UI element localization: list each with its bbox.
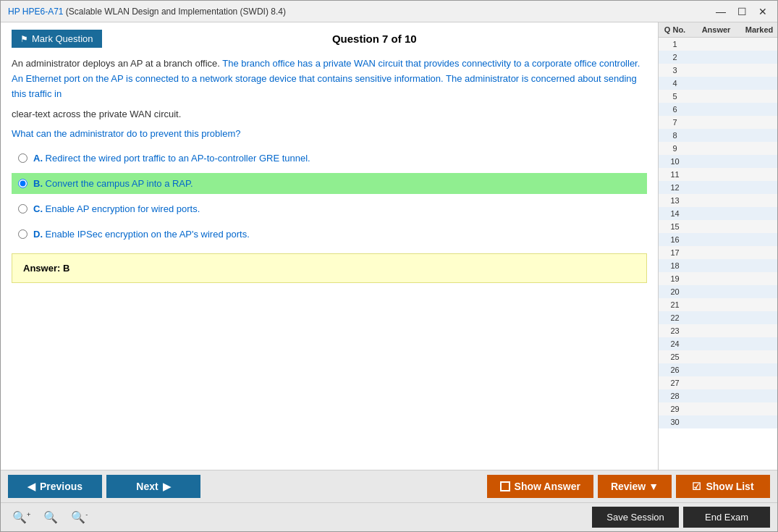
title-bar-text: HP HPE6-A71 (Scalable WLAN Design and Im… [8, 7, 286, 17]
maximize-icon[interactable]: ☐ [735, 6, 750, 17]
q-number: 16 [659, 235, 691, 244]
show-list-label: Show List [706, 481, 753, 492]
q-list-row[interactable]: 26 [659, 363, 777, 376]
q-number: 20 [659, 287, 691, 296]
q-list-row[interactable]: 4 [659, 77, 777, 90]
q-list-row[interactable]: 30 [659, 415, 777, 428]
q-list-row[interactable]: 28 [659, 389, 777, 402]
bottom-toolbar: ◀ Previous Next ▶ Show Answer Review ▼ ☑… [1, 470, 777, 502]
q-list-row[interactable]: 9 [659, 142, 777, 155]
show-answer-checkbox-icon [500, 481, 510, 491]
radio-c[interactable] [18, 204, 28, 214]
q-list-row[interactable]: 23 [659, 324, 777, 337]
q-list-row[interactable]: 8 [659, 129, 777, 142]
q-list-row[interactable]: 7 [659, 116, 777, 129]
q-number: 8 [659, 131, 691, 140]
right-actions: Save Session End Exam [592, 507, 770, 528]
col-header-marked: Marked [741, 25, 777, 34]
close-icon[interactable]: ✕ [756, 6, 770, 17]
mark-question-button[interactable]: ⚑ Mark Question [12, 30, 102, 48]
minimize-icon[interactable]: — [713, 6, 729, 17]
title-bar: HP HPE6-A71 (Scalable WLAN Design and Im… [1, 1, 777, 22]
mark-button-label: Mark Question [32, 33, 93, 44]
main-panel: ⚑ Mark Question Question 7 of 10 An admi… [1, 22, 658, 470]
question-text-plain: An administrator deploys an AP at a bran… [12, 58, 222, 69]
q-number: 3 [659, 66, 691, 75]
show-answer-button[interactable]: Show Answer [487, 475, 593, 498]
q-number: 18 [659, 261, 691, 270]
q-list-row[interactable]: 14 [659, 207, 777, 220]
q-list-row[interactable]: 15 [659, 220, 777, 233]
q-list-row[interactable]: 21 [659, 298, 777, 311]
header-row: ⚑ Mark Question Question 7 of 10 [12, 30, 647, 48]
previous-arrow-icon: ◀ [28, 481, 35, 492]
next-button[interactable]: Next ▶ [106, 475, 200, 498]
q-list-row[interactable]: 5 [659, 90, 777, 103]
q-list-row[interactable]: 18 [659, 259, 777, 272]
q-number: 10 [659, 157, 691, 166]
q-list-row[interactable]: 24 [659, 337, 777, 350]
show-answer-label: Show Answer [515, 481, 580, 492]
option-a[interactable]: A. Redirect the wired port traffic to an… [12, 148, 647, 169]
save-session-label: Save Session [606, 512, 664, 523]
zoom-out-button[interactable]: 🔍- [67, 509, 92, 525]
q-list-row[interactable]: 2 [659, 51, 777, 64]
window-controls: — ☐ ✕ [713, 6, 770, 17]
q-list-row[interactable]: 29 [659, 402, 777, 415]
q-list-row[interactable]: 19 [659, 272, 777, 285]
q-number: 26 [659, 366, 691, 374]
app-subtitle: (Scalable WLAN Design and Implementation… [66, 7, 286, 17]
review-button[interactable]: Review ▼ [598, 475, 672, 498]
option-b[interactable]: B. Convert the campus AP into a RAP. [12, 173, 647, 194]
zoom-controls: 🔍+ 🔍 🔍- [8, 509, 92, 525]
question-ask: What can the administrator do to prevent… [12, 128, 647, 139]
option-b-label: B. Convert the campus AP into a RAP. [33, 178, 193, 189]
q-list-row[interactable]: 6 [659, 103, 777, 116]
option-d-label: D. Enable IPSec encryption on the AP's w… [33, 229, 250, 240]
zoom-reset-button[interactable]: 🔍 [39, 509, 62, 525]
radio-d[interactable] [18, 229, 28, 239]
q-list-row[interactable]: 11 [659, 168, 777, 181]
previous-button[interactable]: ◀ Previous [8, 475, 102, 498]
app-name: HP HPE6-A71 [8, 7, 63, 17]
q-list-row[interactable]: 13 [659, 194, 777, 207]
q-list-row[interactable]: 3 [659, 64, 777, 77]
q-number: 1 [659, 40, 691, 48]
next-arrow-icon: ▶ [163, 481, 171, 492]
q-number: 4 [659, 79, 691, 88]
q-number: 22 [659, 313, 691, 322]
review-dropdown-icon: ▼ [648, 481, 659, 492]
q-number: 13 [659, 196, 691, 205]
question-title: Question 7 of 10 [102, 33, 647, 45]
q-number: 9 [659, 144, 691, 153]
q-list-row[interactable]: 17 [659, 246, 777, 259]
option-d[interactable]: D. Enable IPSec encryption on the AP's w… [12, 224, 647, 245]
main-window: HP HPE6-A71 (Scalable WLAN Design and Im… [0, 0, 778, 532]
end-exam-button[interactable]: End Exam [683, 507, 770, 528]
q-list-row[interactable]: 20 [659, 285, 777, 298]
q-list-row[interactable]: 16 [659, 233, 777, 246]
q-number: 19 [659, 274, 691, 283]
q-list-row[interactable]: 25 [659, 350, 777, 363]
col-header-qno: Q No. [659, 25, 691, 34]
q-number: 29 [659, 405, 691, 413]
q-list-row[interactable]: 1 [659, 38, 777, 51]
q-list-row[interactable]: 10 [659, 155, 777, 168]
q-number: 12 [659, 183, 691, 192]
radio-a[interactable] [18, 153, 28, 163]
option-c[interactable]: C. Enable AP encryption for wired ports. [12, 198, 647, 219]
q-number: 5 [659, 92, 691, 101]
show-list-button[interactable]: ☑ Show List [676, 475, 770, 498]
q-number: 14 [659, 209, 691, 218]
review-label: Review [611, 481, 646, 492]
q-list-row[interactable]: 22 [659, 311, 777, 324]
options-list: A. Redirect the wired port traffic to an… [12, 148, 647, 245]
save-session-button[interactable]: Save Session [592, 507, 679, 528]
question-list: 1234567891011121314151617181920212223242… [659, 38, 777, 470]
answer-box: Answer: B [12, 253, 647, 283]
option-a-label: A. Redirect the wired port traffic to an… [33, 153, 310, 164]
radio-b[interactable] [18, 179, 28, 188]
zoom-in-button[interactable]: 🔍+ [8, 509, 35, 525]
q-list-row[interactable]: 27 [659, 376, 777, 389]
q-list-row[interactable]: 12 [659, 181, 777, 194]
